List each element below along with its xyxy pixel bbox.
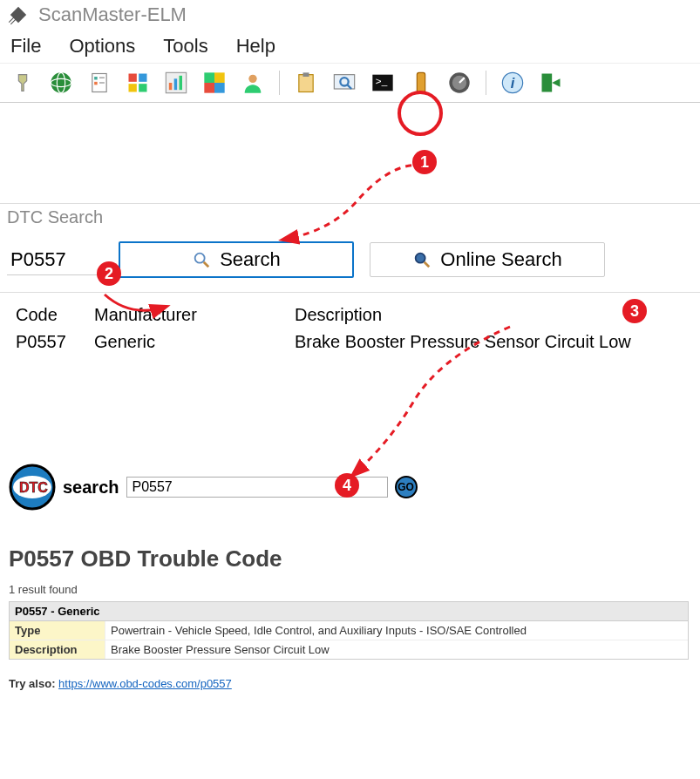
svg-rect-22 <box>214 83 225 93</box>
col-header-description: Description <box>295 305 693 325</box>
web-box-header: P0557 - Generic <box>10 602 688 621</box>
dtc-logo-icon: DTC <box>9 464 56 511</box>
menu-bar: File Options Tools Help <box>0 30 700 64</box>
web-box-type-value: Powertrain - Vehicle Speed, Idle Control… <box>105 621 532 640</box>
results-table: Code Manufacturer Description P0557 Gene… <box>0 292 700 376</box>
svg-point-3 <box>51 72 71 92</box>
gauge-icon[interactable] <box>445 69 473 97</box>
svg-rect-16 <box>169 83 173 90</box>
chip-icon <box>7 3 30 26</box>
title-bar: ScanMaster-ELM <box>0 0 700 30</box>
col-header-code: Code <box>7 305 94 325</box>
svg-rect-31 <box>417 72 425 92</box>
try-also-line: Try also: https://www.obd-codes.com/p055… <box>9 677 691 690</box>
col-header-manufacturer: Manufacturer <box>94 305 295 325</box>
dtc-logo-text: search <box>63 478 119 498</box>
svg-rect-11 <box>129 74 137 82</box>
terminal-icon[interactable]: >_ <box>369 69 397 97</box>
svg-rect-20 <box>214 72 225 83</box>
menu-file[interactable]: File <box>10 35 41 58</box>
magnifier-globe-icon <box>412 250 432 269</box>
online-search-button-label: Online Search <box>440 248 561 271</box>
svg-text:i: i <box>511 75 515 91</box>
web-box-desc-label: Description <box>10 640 105 659</box>
menu-tools[interactable]: Tools <box>163 35 207 58</box>
clipboard-icon[interactable] <box>292 69 320 97</box>
svg-rect-17 <box>174 78 178 90</box>
svg-rect-21 <box>204 83 214 93</box>
cell-description: Brake Booster Pressure Sensor Circuit Lo… <box>295 332 693 352</box>
svg-point-23 <box>248 75 256 83</box>
web-result-box: P0557 - Generic Type Powertrain - Vehicl… <box>9 601 689 660</box>
web-box-desc-value: Brake Booster Pressure Sensor Circuit Lo… <box>105 640 335 659</box>
svg-rect-14 <box>139 84 146 91</box>
svg-text:>_: >_ <box>376 75 388 86</box>
svg-rect-7 <box>94 77 98 80</box>
user-icon[interactable] <box>239 69 267 97</box>
table-row[interactable]: P0557 Generic Brake Booster Pressure Sen… <box>7 329 693 356</box>
svg-point-38 <box>195 254 205 263</box>
connector-icon[interactable] <box>9 69 37 97</box>
menu-help[interactable]: Help <box>236 35 275 58</box>
svg-rect-25 <box>303 72 309 77</box>
toolbar: >_ i <box>0 64 700 103</box>
annotation-badge-1: 1 <box>412 150 437 174</box>
svg-rect-37 <box>542 74 553 92</box>
toolbar-separator <box>279 71 280 95</box>
dtc-code-input[interactable] <box>7 245 103 275</box>
svg-rect-0 <box>10 7 26 23</box>
svg-rect-18 <box>180 76 183 90</box>
svg-rect-8 <box>94 82 98 85</box>
info-icon[interactable]: i <box>499 69 527 97</box>
svg-rect-19 <box>204 72 214 83</box>
window-title: ScanMaster-ELM <box>38 3 187 26</box>
dtc-panel-title: DTC Search <box>0 204 700 227</box>
magnifier-icon <box>192 250 211 269</box>
exit-icon[interactable] <box>537 69 565 97</box>
cell-manufacturer: Generic <box>94 332 295 352</box>
cell-code: P0557 <box>7 332 94 352</box>
svg-text:DTC: DTC <box>19 480 48 495</box>
globe-icon[interactable] <box>47 69 75 97</box>
web-result-count: 1 result found <box>9 583 691 596</box>
flag-icon[interactable] <box>200 69 228 97</box>
chart-icon[interactable] <box>162 69 190 97</box>
menu-options[interactable]: Options <box>69 35 135 58</box>
web-search-input[interactable] <box>126 477 388 498</box>
search-button-label: Search <box>220 248 281 271</box>
dtc-search-panel: DTC Search Search Online Search Code Man… <box>0 203 700 376</box>
document-icon[interactable] <box>85 69 113 97</box>
go-button[interactable]: GO <box>395 476 418 498</box>
toolbar-separator <box>486 71 486 95</box>
svg-line-39 <box>204 262 209 268</box>
svg-point-40 <box>416 254 425 263</box>
svg-rect-24 <box>299 75 313 92</box>
try-also-prefix: Try also: <box>9 677 58 690</box>
device-icon[interactable] <box>407 69 435 97</box>
svg-line-41 <box>425 262 430 268</box>
online-search-button[interactable]: Online Search <box>370 242 605 277</box>
web-result-heading: P0557 OBD Trouble Code <box>9 545 691 572</box>
svg-rect-13 <box>129 84 137 91</box>
svg-rect-12 <box>139 74 146 82</box>
try-also-link[interactable]: https://www.obd-codes.com/p0557 <box>58 677 232 690</box>
search-button[interactable]: Search <box>119 241 354 278</box>
dtc-search-icon[interactable] <box>330 69 358 97</box>
grid-icon[interactable] <box>124 69 152 97</box>
web-result-section: DTC search GO P0557 OBD Trouble Code 1 r… <box>0 464 700 708</box>
web-box-type-label: Type <box>10 621 105 640</box>
